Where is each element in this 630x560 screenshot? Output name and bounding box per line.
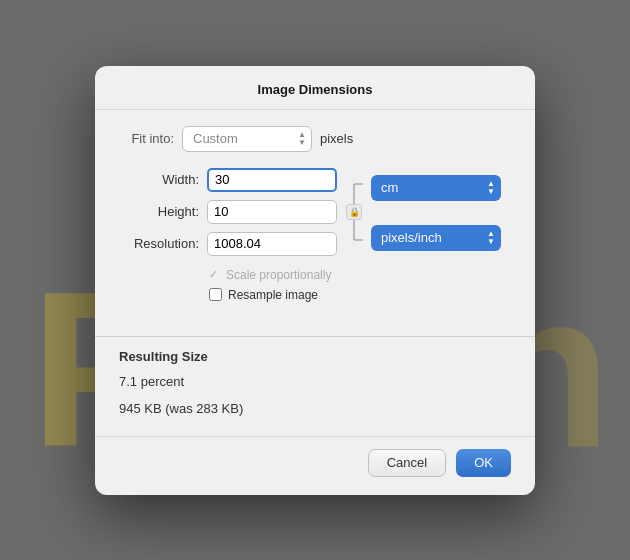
fit-into-label: Fit into: [119, 131, 174, 146]
resample-row[interactable]: Resample image [209, 288, 511, 302]
separator [95, 336, 535, 337]
result-title: Resulting Size [119, 349, 511, 364]
fit-into-select-wrapper[interactable]: Custom ▲▼ [182, 126, 312, 152]
lock-bracket: 🔒 [345, 178, 363, 246]
width-label: Width: [119, 172, 199, 187]
dialog-body: Fit into: Custom ▲▼ pixels Width: Height… [95, 110, 535, 322]
result-size: 945 KB (was 283 KB) [119, 401, 511, 416]
resolution-row: Resolution: [119, 232, 337, 256]
resolution-unit-select[interactable]: pixels/inch [371, 225, 501, 251]
height-input[interactable] [207, 200, 337, 224]
resolution-input[interactable] [207, 232, 337, 256]
width-input[interactable] [207, 168, 337, 192]
fit-into-select[interactable]: Custom [182, 126, 312, 152]
width-row: Width: [119, 168, 337, 192]
resample-checkbox[interactable] [209, 288, 222, 301]
left-fields: Width: Height: Resolution: [119, 168, 337, 256]
pixels-label: pixels [320, 131, 353, 146]
scale-label: Scale proportionally [226, 268, 331, 282]
checkboxes-area: ✓ Scale proportionally Resample image [119, 268, 511, 302]
resolution-label: Resolution: [119, 236, 199, 251]
height-row: Height: [119, 200, 337, 224]
scale-proportionally-row: ✓ Scale proportionally [209, 268, 511, 282]
right-selects: cm ▲▼ pixels/inch ▲▼ [371, 175, 501, 251]
image-dimensions-dialog: Image Dimensions Fit into: Custom ▲▼ pix… [95, 66, 535, 495]
fields-area: Width: Height: Resolution: [119, 168, 511, 256]
unit-select-wrapper[interactable]: cm ▲▼ [371, 175, 501, 201]
height-label: Height: [119, 204, 199, 219]
result-section: Resulting Size 7.1 percent 945 KB (was 2… [95, 349, 535, 436]
cancel-button[interactable]: Cancel [368, 449, 446, 477]
dialog-footer: Cancel OK [95, 436, 535, 495]
scale-check-icon: ✓ [209, 268, 218, 281]
lock-icon[interactable]: 🔒 [346, 204, 362, 220]
ok-button[interactable]: OK [456, 449, 511, 477]
result-percent: 7.1 percent [119, 374, 511, 389]
resolution-unit-select-wrapper[interactable]: pixels/inch ▲▼ [371, 225, 501, 251]
unit-select[interactable]: cm [371, 175, 501, 201]
resample-label: Resample image [228, 288, 318, 302]
fit-into-row: Fit into: Custom ▲▼ pixels [119, 126, 511, 152]
dialog-title: Image Dimensions [95, 66, 535, 110]
